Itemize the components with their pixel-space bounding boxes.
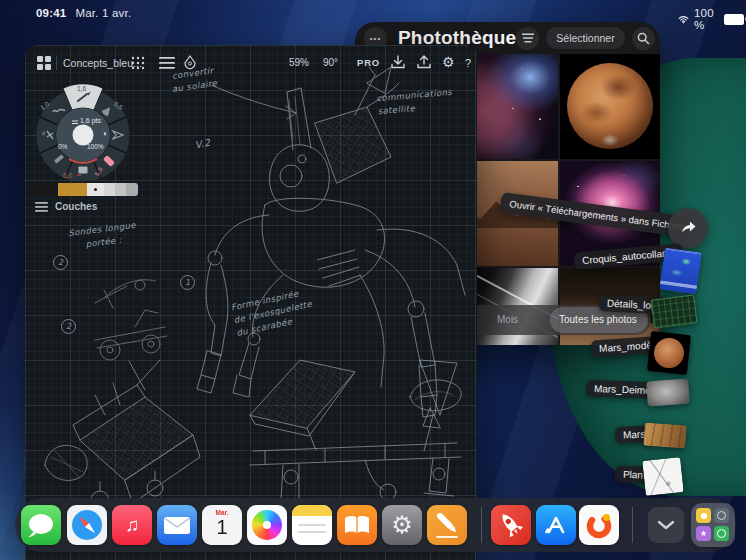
- dock-app-library[interactable]: ★: [691, 503, 735, 547]
- status-date: Mar. 1 avr.: [75, 7, 131, 19]
- sketch-solar-rover: [250, 360, 461, 503]
- mini-app-podcasts-icon: [714, 526, 729, 541]
- layers-button[interactable]: Couches: [35, 201, 97, 212]
- mini-mars-globe: [653, 337, 686, 370]
- notes-line: [298, 531, 326, 533]
- battery-icon: [724, 14, 746, 25]
- swatch-gray-3[interactable]: [126, 183, 138, 196]
- wheel-label-2: 1,6: [77, 85, 86, 92]
- more-icon: •••: [370, 34, 381, 43]
- document-title[interactable]: Concepts_bleu...: [63, 57, 142, 69]
- battery-percent: 100 %: [694, 7, 719, 31]
- safari-compass-icon: [67, 505, 107, 545]
- zoom-level[interactable]: 59%: [289, 57, 309, 68]
- concepts-c-logo-icon: [579, 505, 619, 545]
- swatch-gray-2[interactable]: [115, 183, 126, 196]
- settings-gear-icon[interactable]: ⚙: [442, 54, 455, 70]
- calendar-month: Mar.: [202, 509, 242, 516]
- sketch-probe-doodles: [95, 280, 167, 360]
- rotation-value[interactable]: 90°: [323, 57, 338, 68]
- concepts-window: convertir au solaire communications sate…: [25, 45, 477, 560]
- appstore-a-icon: [536, 505, 576, 545]
- dock-app-notes[interactable]: [292, 505, 332, 545]
- drag-thumb-croquis-autocollants[interactable]: [659, 248, 701, 295]
- pen-nib-icon[interactable]: [183, 55, 197, 70]
- photo-thumbnail-mars-planet[interactable]: [560, 54, 660, 159]
- swatch-black[interactable]: [30, 183, 56, 196]
- dock-app-books[interactable]: [337, 505, 377, 545]
- status-bar-right: 100 %: [678, 7, 746, 31]
- drag-thumb-mars-modele[interactable]: [647, 331, 691, 375]
- mini-app-camera-icon: [714, 508, 729, 523]
- mini-app-itunes-icon: ★: [696, 526, 711, 541]
- dock-app-safari[interactable]: [67, 505, 107, 545]
- squiggle-icon: ≈: [39, 131, 48, 135]
- drag-thumb-mars-deimos[interactable]: [646, 379, 690, 407]
- dock-app-mail[interactable]: [157, 505, 197, 545]
- tool-wheel[interactable]: 1,0 1,6 5,5 5,9 6,0 1,6 pts 0% 100% ◐ ≈: [28, 80, 138, 190]
- pen-icon: [427, 505, 467, 545]
- calendar-day: 1: [202, 516, 242, 539]
- dock-app-music[interactable]: ♫: [112, 505, 152, 545]
- layers-lines-icon[interactable]: [159, 57, 175, 69]
- precision-dots-icon[interactable]: [131, 56, 145, 70]
- dock-collapse-button[interactable]: [648, 507, 684, 543]
- pro-badge[interactable]: PRO: [357, 57, 380, 68]
- toolbar-divider: [56, 56, 57, 70]
- dock-app-rocket[interactable]: [491, 505, 531, 545]
- color-palette-bar[interactable]: [30, 183, 138, 196]
- mini-app-tips-icon: [696, 508, 711, 523]
- dock-app-settings[interactable]: ⚙: [382, 505, 422, 545]
- annotation-number-two-b: 2: [61, 319, 76, 334]
- dock-app-calendar[interactable]: Mar. 1: [202, 505, 242, 545]
- rocket-icon: [491, 505, 531, 545]
- drag-thumb-plan[interactable]: [642, 457, 683, 496]
- sketch-spider-rover: [197, 67, 465, 417]
- swatch-white-selected[interactable]: [87, 183, 104, 196]
- wheel-label-5: 6,0: [63, 172, 72, 179]
- music-note-icon: ♫: [125, 514, 139, 536]
- help-button[interactable]: ?: [465, 57, 471, 69]
- export-icon[interactable]: [417, 55, 431, 70]
- settings-gear-dock-icon: ⚙: [391, 513, 413, 537]
- sketch-lander: [45, 360, 200, 509]
- dock-app-appstore[interactable]: [536, 505, 576, 545]
- app-library-grid: ★: [696, 508, 730, 542]
- dock-divider: [632, 507, 633, 543]
- forward-arrow-icon: [675, 215, 701, 241]
- gallery-grid-icon[interactable]: [37, 56, 51, 70]
- select-button[interactable]: Sélectionner: [546, 27, 624, 49]
- selected-swatch-dot: [94, 188, 97, 191]
- annotation-number-two: 2: [53, 255, 68, 270]
- dock-app-messages[interactable]: [21, 505, 61, 545]
- dock-app-sketch-pen[interactable]: [427, 505, 467, 545]
- books-open-book-icon: [337, 505, 377, 545]
- tab-all-photos[interactable]: Toutes les photos: [559, 314, 637, 325]
- contrast-icon: ◐: [103, 129, 108, 138]
- search-button[interactable]: [632, 27, 655, 50]
- notes-line: [298, 524, 326, 526]
- tab-months[interactable]: Mois: [497, 314, 518, 325]
- messages-bubble-icon: [21, 505, 61, 545]
- share-forward-button[interactable]: [668, 208, 708, 248]
- filter-button[interactable]: [516, 27, 539, 50]
- ipad-screen: 09:41 Mar. 1 avr. 100 % ••• Photothèque: [0, 0, 746, 560]
- dock-app-concepts[interactable]: [579, 505, 619, 545]
- drag-thumb-mars[interactable]: [643, 423, 687, 449]
- opacity-max: 100%: [87, 143, 104, 150]
- dock-app-photos[interactable]: [247, 505, 287, 545]
- wifi-icon: [678, 14, 689, 25]
- notes-yellow-band: [292, 505, 332, 516]
- layers-hamburger-icon: [35, 202, 48, 212]
- mars-globe-image: [567, 63, 653, 149]
- swatch-gold[interactable]: [58, 183, 87, 196]
- layers-label: Couches: [55, 201, 97, 212]
- status-bar-left: 09:41 Mar. 1 avr.: [36, 7, 131, 19]
- opacity-min: 0%: [58, 143, 67, 150]
- stroke-size-value: 1,6 pts: [80, 117, 101, 124]
- swatch-gray-1[interactable]: [104, 183, 115, 196]
- filter-lines-icon: [522, 33, 534, 43]
- chevron-down-icon: [657, 520, 675, 530]
- import-icon[interactable]: [391, 55, 405, 70]
- drag-thumb-details-logo[interactable]: [650, 294, 697, 328]
